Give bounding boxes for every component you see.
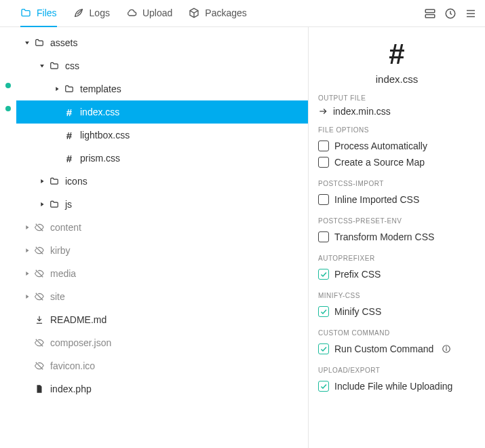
option-label: Create a Source Map [334,157,425,168]
tree-row[interactable]: composer.json [16,331,308,354]
option-custom_command-0[interactable]: Run Custom Command [318,341,476,357]
tree-label: media [50,268,76,279]
tree-label: prism.css [80,153,120,164]
hidden-icon [33,361,46,371]
chevron-right-icon[interactable] [22,224,33,231]
chevron-right-icon[interactable] [22,293,33,300]
tab-packages[interactable]: Packages [189,0,246,27]
details-panel: # index.css OUTPUT FILE index.min.css FI… [309,27,485,448]
tab-upload[interactable]: Upload [126,0,172,27]
file-icon [33,384,46,394]
layout-icon[interactable] [424,7,436,20]
option-label: Prefix CSS [334,269,381,280]
refresh-icon[interactable] [444,7,457,20]
section-label: MINIFY-CSS [318,292,476,299]
section-label: POSTCSS-IMPORT [318,180,476,187]
status-dot-icon [5,83,11,88]
tree-row[interactable]: css [16,54,308,77]
arrow-right-icon [318,107,328,116]
tree-label: favicon.ico [50,360,95,371]
section-label: FILE OPTIONS [318,126,476,134]
hash-icon: # [62,130,76,141]
tab-label: Files [37,7,57,18]
tab-files[interactable]: Files [20,0,57,27]
chevron-right-icon[interactable] [22,270,33,277]
output-file[interactable]: index.min.css [318,106,476,117]
svg-rect-1 [425,14,435,18]
option-label: Run Custom Command [334,343,433,354]
tree-row[interactable]: kirby [16,239,308,262]
hidden-icon [33,246,46,255]
hash-icon: # [318,38,476,71]
tree-row[interactable]: assets [16,31,308,54]
svg-rect-0 [425,10,435,13]
tree-label: templates [80,83,121,94]
option-upload_export-0[interactable]: Include File while Uploading [318,378,476,394]
tree-row[interactable]: #index.css [16,100,308,124]
tree-row[interactable]: templates [16,77,308,100]
tree-row[interactable]: media [16,262,308,285]
option-postcss_import-0[interactable]: Inline Imported CSS [318,191,476,208]
tab-logs[interactable]: Logs [73,0,110,27]
option-postcss_preset_env-0[interactable]: Transform Modern CSS [318,229,476,245]
panel-header: # index.css [318,38,476,85]
tree-row[interactable]: README.md [16,308,308,331]
tree-row[interactable]: js [16,193,308,216]
tabs: Files Logs Upload Packages [20,0,424,27]
folder-icon [47,200,61,209]
option-label: Include File while Uploading [334,381,452,392]
checkbox-icon [318,269,329,280]
chevron-right-icon[interactable] [22,247,33,254]
info-icon[interactable] [442,344,451,354]
tree-row[interactable]: index.php [16,377,308,400]
chevron-right-icon[interactable] [37,178,47,185]
tree-label: site [50,291,65,302]
folder-icon [20,7,31,18]
tree-row[interactable]: #prism.css [16,147,308,170]
menu-icon[interactable] [465,7,477,20]
hidden-icon [33,292,46,301]
folder-icon [47,61,61,71]
panel-title: index.css [318,73,476,85]
option-label: Inline Imported CSS [334,194,419,205]
tree-label: content [50,222,81,233]
option-file_options-1[interactable]: Create a Source Map [318,154,476,170]
tree-row[interactable]: content [16,216,308,239]
chevron-right-icon[interactable] [37,201,47,208]
section-label: UPLOAD/EXPORT [318,367,476,374]
folder-icon [47,176,61,186]
tree-label: lightbox.css [80,130,130,141]
hidden-icon [33,269,46,278]
chevron-down-icon[interactable] [22,39,33,46]
tree-label: icons [65,176,88,187]
option-label: Minify CSS [334,306,381,317]
folder-icon [62,84,76,94]
tree-label: README.md [50,314,106,325]
option-minify_css-0[interactable]: Minify CSS [318,303,476,320]
output-filename: index.min.css [333,106,391,117]
chevron-right-icon[interactable] [52,86,62,92]
checkbox-icon [318,141,329,151]
chevron-down-icon[interactable] [37,62,47,69]
hash-icon: # [62,153,76,164]
checkbox-icon [318,194,329,205]
option-label: Transform Modern CSS [334,231,434,242]
checkbox-icon [318,343,329,354]
option-autoprefixer-0[interactable]: Prefix CSS [318,266,476,282]
hidden-icon [33,338,46,348]
feather-icon [73,7,84,18]
package-icon [189,7,199,18]
tree-label: assets [50,37,77,48]
tree-label: js [65,199,72,210]
section-label: POSTCSS-PRESET-ENV [318,217,476,225]
tree-row[interactable]: site [16,285,308,308]
checkbox-icon [318,231,329,242]
tree-row[interactable]: favicon.ico [16,354,308,377]
file-tree: assetscsstemplates#index.css#lightbox.cs… [16,27,309,448]
tree-label: index.php [50,384,92,394]
tree-row[interactable]: #lightbox.css [16,124,308,147]
tree-row[interactable]: icons [16,170,308,193]
option-file_options-0[interactable]: Process Automatically [318,138,476,154]
hidden-icon [33,223,46,232]
svg-point-15 [446,347,447,348]
